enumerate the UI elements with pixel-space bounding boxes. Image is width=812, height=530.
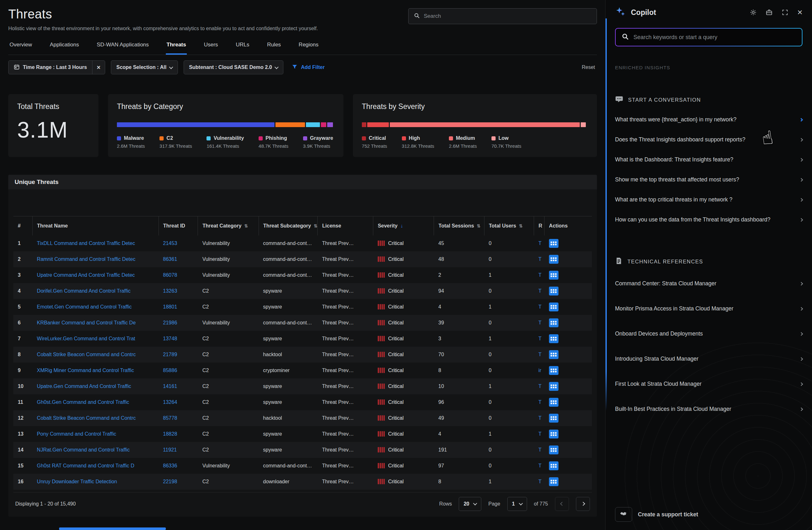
support-ticket-button[interactable] (615, 507, 632, 522)
time-range-filter-chip[interactable]: Time Range : Last 3 Hours × (8, 60, 105, 74)
threat-name-link[interactable]: Emotet.Gen Command and Control Traffic (37, 304, 132, 310)
settings-icon[interactable] (750, 9, 757, 16)
threat-id-link[interactable]: 18801 (163, 304, 177, 310)
horizontal-scrollbar-thumb[interactable] (59, 528, 166, 530)
threat-id-link[interactable]: 85886 (163, 368, 177, 373)
scope-selection-chip[interactable]: Scope Selection : All (111, 60, 178, 74)
view-sessions-icon[interactable] (549, 382, 559, 391)
view-sessions-icon[interactable] (549, 445, 559, 454)
conversation-starter[interactable]: What threats were {threat_action} in my … (615, 110, 802, 130)
conversation-starter[interactable]: Show me the top threats that affected mo… (615, 170, 802, 190)
reference-link[interactable]: First Look at Strata Cloud Manager (615, 371, 802, 397)
expand-icon[interactable] (782, 9, 788, 16)
tab[interactable]: Users (203, 37, 219, 55)
threat-name-link[interactable]: Gh0st RAT Command and Control Traffic D (37, 463, 134, 468)
view-sessions-icon[interactable] (549, 477, 559, 486)
threat-name-link[interactable]: Ramnit Command and Control Traffic Detec (37, 256, 135, 262)
report-link[interactable]: T (538, 241, 542, 246)
column-header[interactable]: R (534, 216, 545, 235)
tab[interactable]: Threats (166, 37, 187, 55)
threat-id-link[interactable]: 86078 (163, 272, 177, 278)
report-link[interactable]: T (538, 352, 542, 357)
reference-link[interactable]: Onboard Devices and Deployments (615, 321, 802, 346)
view-sessions-icon[interactable] (549, 334, 559, 343)
threat-name-link[interactable]: WireLurker.Gen Command and Control Trat (37, 336, 135, 341)
threat-id-link[interactable]: 21986 (163, 320, 177, 325)
threat-name-link[interactable]: TixDLL Command and Control Traffic Detec (37, 241, 135, 246)
view-sessions-icon[interactable] (549, 430, 559, 439)
threat-id-link[interactable]: 14161 (163, 384, 177, 389)
report-link[interactable]: T (538, 399, 542, 405)
threat-id-link[interactable]: 22198 (163, 479, 177, 484)
conversation-starter[interactable]: What are the top critical threats in my … (615, 190, 802, 210)
rows-per-page-select[interactable]: 20 (459, 497, 481, 511)
view-sessions-icon[interactable] (549, 461, 559, 470)
threat-id-link[interactable]: 13264 (163, 399, 177, 405)
threat-name-link[interactable]: Pony Command and Control Traffic (37, 431, 116, 436)
view-sessions-icon[interactable] (549, 398, 559, 407)
threat-name-link[interactable]: Gh0st.Gen Command and Control Traffic (37, 399, 129, 405)
report-link[interactable]: T (538, 304, 542, 310)
tab[interactable]: SD-WAN Applications (96, 37, 150, 55)
page-select[interactable]: 1 (507, 497, 527, 511)
conversation-starter[interactable]: What is the Dashboard: Threat Insights f… (615, 150, 802, 170)
reset-filters-button[interactable]: Reset (582, 65, 597, 70)
threat-name-link[interactable]: Cobalt Strike Beacon Command and Contrc (37, 352, 136, 357)
conversation-starter[interactable]: Does the Threat Insights dashboard suppo… (615, 130, 802, 150)
subtenant-chip[interactable]: Subtenant : Cloud SASE Demo 2.0 (184, 60, 284, 74)
threat-id-link[interactable]: 86336 (163, 463, 177, 468)
briefcase-icon[interactable] (766, 9, 773, 16)
view-sessions-icon[interactable] (549, 350, 559, 359)
threat-name-link[interactable]: Unruy Downloader Traffic Detection (37, 479, 117, 484)
tab[interactable]: Rules (266, 37, 281, 55)
tab[interactable]: URLs (235, 37, 250, 55)
column-header[interactable]: Threat Category⇅ (198, 216, 259, 235)
view-sessions-icon[interactable] (549, 318, 559, 327)
threat-id-link[interactable]: 21789 (163, 352, 177, 357)
tab[interactable]: Overview (9, 37, 33, 55)
view-sessions-icon[interactable] (549, 239, 559, 248)
column-header[interactable]: Threat ID (159, 216, 198, 235)
search-input[interactable] (424, 13, 592, 19)
report-link[interactable]: T (538, 384, 542, 389)
add-filter-button[interactable]: Add Filter (292, 64, 325, 71)
threat-name-link[interactable]: NJRat.Gen Command and Control Traffic (37, 447, 130, 453)
conversation-starter[interactable]: How can you use the data from the Threat… (615, 210, 802, 230)
report-link[interactable]: T (538, 463, 542, 468)
report-link[interactable]: ir (538, 368, 541, 373)
threat-id-link[interactable]: 85778 (163, 415, 177, 421)
column-header[interactable]: Total Users⇅ (484, 216, 534, 235)
threat-name-link[interactable]: Dorifel.Gen Command And Control Traffic (37, 288, 131, 293)
threat-id-link[interactable]: 21453 (163, 241, 177, 246)
report-link[interactable]: T (538, 479, 542, 484)
column-header[interactable]: Total Sessions⇅ (434, 216, 484, 235)
column-header[interactable]: Severity↓ (373, 216, 434, 235)
vertical-scrollbar-thumb[interactable] (606, 18, 607, 411)
tab[interactable]: Regions (298, 37, 319, 55)
threat-name-link[interactable]: Cobalt Strike Beacon Command and Contrc (37, 415, 136, 421)
report-link[interactable]: T (538, 431, 542, 436)
report-link[interactable]: T (538, 336, 542, 341)
threat-id-link[interactable]: 86361 (163, 256, 177, 262)
view-sessions-icon[interactable] (549, 302, 559, 311)
reference-link[interactable]: Built-In Best Practices in Strata Cloud … (615, 397, 802, 422)
prev-page-button[interactable] (555, 497, 569, 511)
threat-name-link[interactable]: Upatre Command And Control Traffic Detec (37, 272, 135, 278)
view-sessions-icon[interactable] (549, 287, 559, 296)
copilot-search-input[interactable] (634, 34, 796, 41)
threat-name-link[interactable]: XMRig Miner Command and Control Traffic (37, 368, 134, 373)
close-icon[interactable]: × (797, 8, 802, 17)
report-link[interactable]: T (538, 256, 542, 262)
report-link[interactable]: T (538, 415, 542, 421)
view-sessions-icon[interactable] (549, 255, 559, 264)
copilot-search[interactable] (616, 29, 802, 46)
threat-id-link[interactable]: 11921 (163, 447, 177, 453)
column-header[interactable]: Threat Name (32, 216, 159, 235)
tab[interactable]: Applications (49, 37, 80, 55)
next-page-button[interactable] (576, 497, 590, 511)
threat-name-link[interactable]: Upatre.Gen Command And Control Traffic (37, 384, 131, 389)
view-sessions-icon[interactable] (549, 414, 559, 422)
threat-id-link[interactable]: 13263 (163, 288, 177, 293)
remove-time-filter-icon[interactable]: × (92, 61, 105, 74)
global-search[interactable] (408, 8, 597, 24)
